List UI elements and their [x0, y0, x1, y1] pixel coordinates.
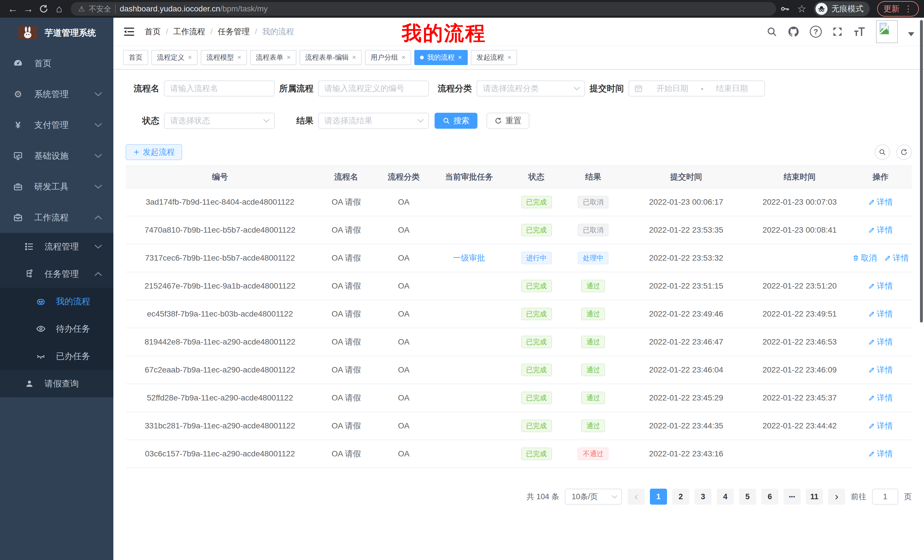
close-icon[interactable]: × — [286, 54, 291, 61]
pencil-icon — [868, 422, 875, 429]
breadcrumb-task-mgmt[interactable]: 任务管理 — [218, 26, 250, 37]
update-button[interactable]: 更新 ⋮ — [877, 1, 919, 16]
process-category-select[interactable]: 请选择流程分类 — [477, 81, 585, 96]
page-button[interactable]: 6 — [761, 489, 778, 505]
reset-button[interactable]: 重置 — [486, 113, 530, 129]
end-date-input[interactable]: 结束日期 — [705, 83, 759, 94]
sidebar-item-home[interactable]: 首页 — [0, 48, 113, 79]
tab-start-process[interactable]: 发起流程× — [471, 50, 517, 65]
annotation-title: 我的流程 — [402, 20, 486, 47]
submit-time-range-picker[interactable]: 开始日期 - 结束日期 — [628, 81, 765, 96]
home-icon[interactable]: ⌂ — [51, 1, 67, 16]
tab-process-form-edit[interactable]: 流程表单-编辑× — [300, 50, 362, 65]
close-icon[interactable]: × — [352, 54, 356, 61]
incognito-badge[interactable]: 无痕模式 — [814, 1, 870, 16]
toggle-search-button[interactable] — [874, 144, 890, 160]
pagination: 共 104 条 10条/页 ‹ 1 2 3 4 5 6 ••• 11 › — [126, 489, 912, 505]
sidebar-item-infrastructure[interactable]: 基础设施 — [0, 141, 113, 171]
help-icon[interactable]: ? — [810, 26, 822, 38]
refresh-table-button[interactable] — [896, 144, 912, 160]
sidebar-item-process-mgmt[interactable]: 流程管理 — [0, 233, 113, 260]
table-row: 67c2eaab-7b9a-11ec-a290-acde48001122 OA … — [126, 356, 912, 384]
close-icon[interactable]: × — [188, 54, 192, 61]
chevron-down-icon — [94, 184, 102, 189]
start-date-input[interactable]: 开始日期 — [645, 83, 700, 94]
tab-user-group[interactable]: 用户分组× — [365, 50, 411, 65]
close-icon[interactable]: × — [507, 54, 512, 61]
status-select[interactable]: 请选择状态 — [164, 113, 274, 129]
current-task-link[interactable]: 一级审批 — [453, 253, 485, 264]
prev-page-icon[interactable]: ‹ — [628, 489, 645, 505]
page-button[interactable]: 1 — [650, 489, 667, 505]
sidebar-item-payment[interactable]: ¥ 支付管理 — [0, 109, 113, 141]
start-process-button[interactable]: 发起流程 — [126, 144, 182, 160]
chevron-down-icon — [94, 123, 102, 127]
search-icon[interactable] — [766, 26, 777, 37]
font-size-icon[interactable] — [853, 26, 866, 37]
search-button[interactable]: 搜索 — [435, 113, 477, 129]
sidebar-item-task-mgmt[interactable]: 任务管理 — [0, 260, 113, 288]
tab-process-model[interactable]: 流程模型× — [201, 50, 247, 65]
page-button[interactable]: 11 — [806, 489, 823, 505]
close-icon[interactable]: × — [458, 54, 462, 61]
page-size-select[interactable]: 10条/页 — [565, 489, 622, 505]
breadcrumb-home[interactable]: 首页 — [145, 26, 161, 37]
detail-link[interactable]: 详情 — [868, 421, 893, 431]
close-icon[interactable]: × — [237, 54, 241, 61]
detail-link[interactable]: 详情 — [868, 281, 893, 291]
page-url[interactable]: dashboard.yudao.iocoder.cn/bpm/task/my — [120, 4, 267, 13]
detail-link[interactable]: 详情 — [884, 253, 909, 264]
sidebar-item-workflow[interactable]: 工作流程 — [0, 202, 113, 233]
close-icon[interactable]: × — [402, 54, 405, 61]
sidebar-item-leave-query[interactable]: 请假查询 — [0, 370, 113, 397]
pencil-icon — [868, 199, 875, 205]
page-button[interactable]: 4 — [717, 489, 734, 505]
avatar[interactable] — [876, 20, 898, 43]
scrollbar-thumb[interactable] — [920, 20, 923, 322]
goto-page-input[interactable] — [872, 489, 898, 505]
detail-link[interactable]: 详情 — [868, 225, 893, 235]
detail-link[interactable]: 详情 — [868, 197, 893, 208]
sidebar-item-my-process[interactable]: 我的流程 — [0, 288, 113, 315]
browser-menu-icon[interactable]: ⋮ — [904, 4, 913, 13]
tab-process-definition[interactable]: 流程定义× — [152, 50, 198, 65]
sidebar-item-todo-tasks[interactable]: 待办任务 — [0, 315, 113, 343]
detail-link[interactable]: 详情 — [868, 308, 893, 319]
sidebar-item-system[interactable]: ⚙ 系统管理 — [0, 79, 113, 109]
page-button[interactable]: 2 — [672, 489, 689, 505]
breadcrumb-workflow[interactable]: 工作流程 — [173, 26, 205, 37]
bookmark-star-icon[interactable]: ☆ — [797, 3, 806, 15]
detail-link[interactable]: 详情 — [868, 337, 893, 347]
page-button[interactable]: 3 — [694, 489, 711, 505]
list-icon — [23, 242, 36, 251]
detail-link[interactable]: 详情 — [868, 392, 893, 403]
process-name-input[interactable] — [164, 81, 274, 96]
avatar-caret-icon[interactable] — [908, 32, 914, 36]
detail-link[interactable]: 详情 — [868, 364, 893, 375]
back-icon[interactable]: ← — [5, 1, 21, 16]
chevron-down-icon — [94, 244, 102, 249]
detail-link[interactable]: 详情 — [868, 448, 893, 459]
github-icon[interactable] — [788, 26, 800, 38]
tab-home[interactable]: 首页 — [123, 50, 148, 65]
forward-icon[interactable]: → — [21, 1, 36, 16]
reload-icon[interactable] — [36, 1, 51, 16]
next-page-icon[interactable]: › — [828, 489, 845, 505]
page-button[interactable]: 5 — [739, 489, 756, 505]
result-badge: 已取消 — [578, 196, 609, 208]
more-pages-icon[interactable]: ••• — [783, 489, 801, 505]
collapse-sidebar-icon[interactable] — [123, 27, 135, 37]
chevron-up-icon — [94, 215, 102, 220]
goto-label: 前往 — [851, 491, 866, 502]
password-key-icon[interactable] — [780, 4, 790, 14]
sidebar-item-done-tasks[interactable]: 已办任务 — [0, 343, 113, 370]
sidebar-item-devtools[interactable]: 研发工具 — [0, 171, 113, 202]
address-bar[interactable]: ⚠ 不安全 dashboard.yudao.iocoder.cn/bpm/tas… — [71, 2, 776, 16]
tab-my-process[interactable]: 我的流程× — [414, 50, 468, 65]
cancel-link[interactable]: 取消 — [852, 253, 877, 264]
status-badge: 已完成 — [521, 364, 552, 376]
result-select[interactable]: 请选择流结果 — [318, 113, 429, 129]
tab-process-form[interactable]: 流程表单× — [250, 50, 296, 65]
fullscreen-icon[interactable] — [832, 26, 843, 37]
process-definition-input[interactable] — [318, 81, 429, 96]
